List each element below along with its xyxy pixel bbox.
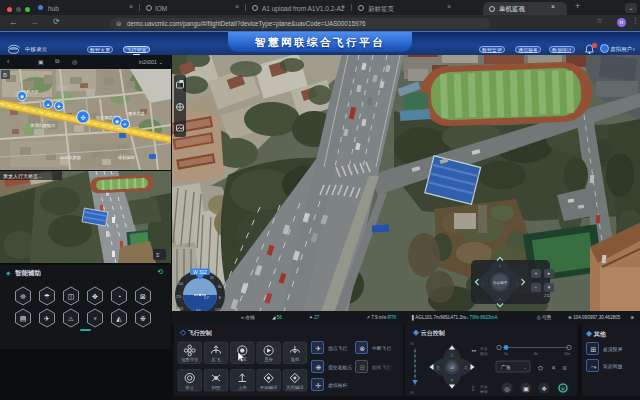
svg-text:开始喊话: 开始喊话: [260, 385, 278, 390]
svg-text:左: 左: [436, 365, 440, 370]
svg-text:❉: ❉: [140, 315, 146, 322]
svg-text:上: 上: [449, 352, 454, 357]
svg-text:保利堂悦: 保利堂悦: [118, 155, 136, 160]
svg-text:⊠: ⊠: [140, 293, 146, 300]
svg-text:✈: ✈: [44, 315, 50, 322]
svg-text:☂: ☂: [44, 293, 50, 300]
svg-text:↓: ↓: [499, 296, 501, 301]
svg-text:俯仰: 俯仰: [480, 389, 488, 394]
svg-text:✣: ✣: [80, 115, 85, 121]
svg-text:270: 270: [176, 295, 181, 299]
svg-text:90: 90: [410, 342, 414, 346]
svg-text:▸▸: ▸▸: [472, 348, 477, 353]
svg-text:右: 右: [464, 365, 468, 370]
svg-text:↑: ↑: [499, 264, 501, 269]
svg-text:B: B: [3, 72, 7, 78]
svg-text:◭: ◭: [116, 315, 122, 322]
svg-text:✕: ✕: [551, 365, 556, 371]
svg-text:云台: 云台: [480, 346, 488, 351]
svg-text:❖: ❖: [541, 385, 547, 392]
svg-text:▣: ▣: [523, 385, 529, 392]
svg-text:E: E: [219, 296, 221, 300]
svg-text:❊: ❊: [20, 293, 26, 300]
svg-text:融创玖棠府: 融创玖棠府: [60, 155, 82, 160]
svg-text:≋: ≋: [562, 365, 567, 371]
svg-text:⛭: ⛭: [538, 365, 543, 371]
svg-text:◎: ◎: [504, 385, 510, 392]
svg-text:✥: ✥: [92, 293, 98, 300]
svg-text:龙湖九里晴川: 龙湖九里晴川: [30, 123, 55, 128]
svg-text:▤: ▤: [20, 315, 27, 322]
svg-text:云台回中: 云台回中: [493, 280, 508, 285]
svg-text:6x: 6x: [534, 352, 538, 356]
svg-text:蜀龙大道: 蜀龙大道: [128, 111, 145, 116]
svg-text:◉: ◉: [20, 94, 24, 99]
svg-text:巡查作业: 巡查作业: [181, 357, 199, 362]
svg-text:¦¦: ¦¦: [472, 386, 474, 391]
svg-text:⌄: ⌄: [523, 365, 527, 370]
svg-text:-90: -90: [409, 391, 414, 395]
svg-text:云台: 云台: [480, 384, 488, 389]
svg-text:1.7: 1.7: [204, 296, 209, 300]
svg-text:广角: 广角: [501, 364, 511, 370]
svg-text:✚: ✚: [57, 104, 61, 109]
svg-text:◫: ◫: [68, 293, 75, 300]
svg-text:◉: ◉: [115, 119, 119, 124]
svg-text:♆: ♆: [92, 315, 97, 322]
svg-text:✕: ✕: [561, 386, 566, 392]
svg-text:◔: ◔: [117, 293, 121, 300]
svg-text:上传: 上传: [238, 385, 247, 390]
svg-text:→: →: [514, 280, 519, 285]
svg-text:W 312: W 312: [193, 270, 207, 275]
svg-text:←: ←: [482, 280, 487, 285]
svg-text:下: 下: [450, 378, 454, 383]
svg-text:30: 30: [210, 276, 214, 280]
svg-text:返航: 返航: [291, 357, 300, 362]
svg-text:联动: 联动: [480, 351, 488, 356]
svg-text:♨: ♨: [68, 315, 74, 322]
svg-text:10x: 10x: [564, 352, 570, 356]
svg-text:▲: ▲: [46, 102, 50, 107]
svg-text:300: 300: [178, 282, 183, 286]
svg-text:60: 60: [218, 285, 222, 289]
svg-text:✈: ✈: [123, 122, 127, 127]
svg-text:1x: 1x: [504, 352, 508, 356]
svg-text:≡: ≡: [156, 252, 160, 258]
svg-text:⊙: ⊙: [450, 364, 454, 370]
svg-text:黄龙人行天桥支...: 黄龙人行天桥支...: [3, 173, 42, 180]
